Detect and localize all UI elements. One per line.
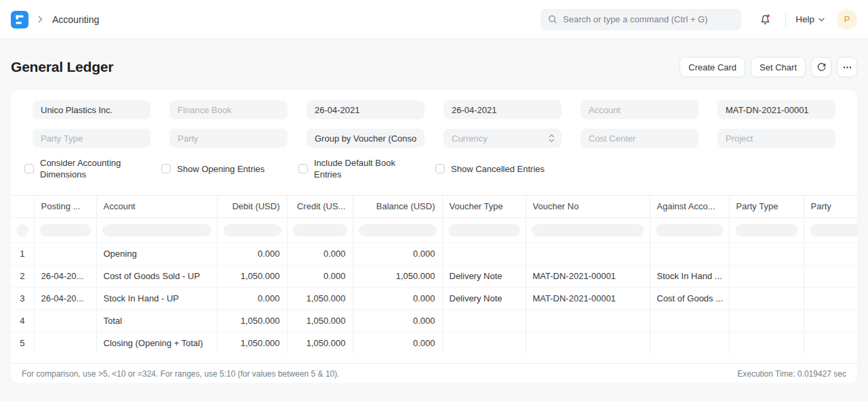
row-index: 3 xyxy=(11,287,34,310)
to-date-filter[interactable] xyxy=(443,100,561,119)
cell-account: Opening xyxy=(96,242,217,265)
currency-filter[interactable] xyxy=(443,129,561,148)
cell-party-type xyxy=(729,310,804,332)
col-index[interactable] xyxy=(11,196,34,217)
account-filter[interactable] xyxy=(580,100,698,119)
cell-voucher-no xyxy=(526,310,650,332)
cell-party xyxy=(804,332,857,354)
column-filter-input[interactable] xyxy=(532,224,644,236)
help-menu[interactable]: Help xyxy=(795,14,825,24)
cell-voucher-no: MAT-DN-2021-00001 xyxy=(526,265,650,287)
party-filter[interactable] xyxy=(170,129,288,148)
cell-party xyxy=(804,265,857,287)
include-default-book-entries-checkbox[interactable] xyxy=(298,164,308,173)
cell-voucher-type xyxy=(442,242,526,265)
group-by-filter[interactable] xyxy=(307,129,425,148)
notifications-button[interactable] xyxy=(756,10,774,28)
column-filter-input[interactable] xyxy=(40,224,91,236)
cell-party-type xyxy=(729,242,804,265)
from-date-filter[interactable] xyxy=(307,100,425,119)
cell-credit: 0.000 xyxy=(287,265,353,287)
column-filter-input[interactable] xyxy=(810,224,858,236)
ellipsis-icon xyxy=(842,62,852,72)
finance-book-filter[interactable] xyxy=(170,100,288,119)
cell-credit: 0.000 xyxy=(287,242,353,265)
table-header-row: Posting ... Account Debit (USD) Credit (… xyxy=(11,196,857,217)
cell-balance: 0.000 xyxy=(353,332,442,354)
table-row[interactable]: 4 Total 1,050.000 1,050.000 0.000 xyxy=(11,310,857,332)
checkbox-show-opening-entries[interactable]: Show Opening Entries xyxy=(161,157,288,180)
col-party-type[interactable]: Party Type xyxy=(729,196,804,217)
cell-party xyxy=(804,287,857,310)
checkbox-include-default-book-entries[interactable]: Include Default Book Entries xyxy=(298,157,425,180)
show-cancelled-entries-checkbox[interactable] xyxy=(435,164,445,173)
menu-button[interactable] xyxy=(837,57,857,77)
row-index: 2 xyxy=(11,265,34,287)
col-debit[interactable]: Debit (USD) xyxy=(217,196,287,217)
column-filter-input[interactable] xyxy=(102,224,212,236)
column-filter-input[interactable] xyxy=(359,224,437,236)
bell-icon xyxy=(759,13,772,26)
cell-posting-date xyxy=(34,242,96,265)
cost-center-filter[interactable] xyxy=(580,129,698,148)
app-logo-icon[interactable] xyxy=(11,11,28,28)
checkbox-show-cancelled-entries[interactable]: Show Cancelled Entries xyxy=(435,157,561,180)
execution-time: Execution Time: 0.019427 sec xyxy=(737,369,846,379)
cell-against-account: Stock In Hand ... xyxy=(650,265,729,287)
cell-debit: 0.000 xyxy=(217,242,287,265)
column-filter-input[interactable] xyxy=(223,224,281,236)
checkbox-consider-accounting-dimensions[interactable]: Consider Accounting Dimensions xyxy=(24,157,151,180)
table-row[interactable]: 3 26-04-20... Stock In Hand - UP 0.000 1… xyxy=(11,287,857,310)
cell-balance: 1,050.000 xyxy=(353,265,442,287)
cell-against-account xyxy=(650,242,729,265)
column-filter-input[interactable] xyxy=(735,224,798,236)
avatar[interactable]: P xyxy=(837,9,857,30)
refresh-button[interactable] xyxy=(811,57,831,77)
row-index: 1 xyxy=(11,242,34,265)
cell-debit: 1,050.000 xyxy=(217,332,287,354)
cell-balance: 0.000 xyxy=(353,242,442,265)
consider-accounting-dimensions-checkbox[interactable] xyxy=(24,164,34,173)
voucher-no-filter[interactable] xyxy=(717,100,835,119)
table-row[interactable]: 2 26-04-20... Cost of Goods Sold - UP 1,… xyxy=(11,265,857,287)
cell-debit: 0.000 xyxy=(217,287,287,310)
column-filter-input[interactable] xyxy=(448,224,520,236)
col-voucher-no[interactable]: Voucher No xyxy=(526,196,650,217)
project-filter[interactable] xyxy=(717,129,835,148)
cell-posting-date xyxy=(34,310,96,332)
col-party[interactable]: Party xyxy=(804,196,857,217)
create-card-button[interactable]: Create Card xyxy=(679,57,745,77)
cell-party xyxy=(804,310,857,332)
currency-select[interactable] xyxy=(443,129,561,148)
notification-dot xyxy=(767,14,770,17)
cell-posting-date: 26-04-20... xyxy=(34,287,96,310)
breadcrumb-accounting[interactable]: Accounting xyxy=(52,14,99,25)
col-balance[interactable]: Balance (USD) xyxy=(353,196,442,217)
column-filter-input[interactable] xyxy=(656,224,724,236)
cell-account: Total xyxy=(96,310,217,332)
col-against-account[interactable]: Against Acco... xyxy=(650,196,729,217)
col-account[interactable]: Account xyxy=(96,196,217,217)
cell-voucher-type: Delivery Note xyxy=(442,287,526,310)
col-credit[interactable]: Credit (US... xyxy=(287,196,353,217)
search-input[interactable] xyxy=(563,14,734,24)
party-type-filter[interactable] xyxy=(33,129,151,148)
company-filter[interactable] xyxy=(33,100,151,119)
column-filter-input[interactable] xyxy=(16,224,28,236)
col-voucher-type[interactable]: Voucher Type xyxy=(442,196,526,217)
cell-voucher-no xyxy=(526,242,650,265)
cell-against-account xyxy=(650,332,729,354)
col-posting-date[interactable]: Posting ... xyxy=(34,196,96,217)
row-index: 4 xyxy=(11,310,34,332)
cell-credit: 1,050.000 xyxy=(287,287,353,310)
show-opening-entries-checkbox[interactable] xyxy=(161,164,171,173)
global-search[interactable] xyxy=(540,9,741,30)
row-index: 5 xyxy=(11,332,34,354)
cell-against-account: Cost of Goods ... xyxy=(650,287,729,310)
column-filter-input[interactable] xyxy=(293,224,347,236)
table-row[interactable]: 5 Closing (Opening + Total) 1,050.000 1,… xyxy=(11,332,857,354)
cell-credit: 1,050.000 xyxy=(287,332,353,354)
table-row[interactable]: 1 Opening 0.000 0.000 0.000 xyxy=(11,242,857,265)
page-title: General Ledger xyxy=(11,59,113,75)
set-chart-button[interactable]: Set Chart xyxy=(751,57,806,77)
